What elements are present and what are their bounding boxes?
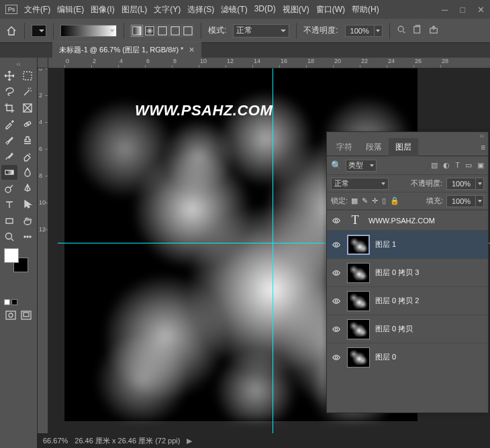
- menu-item[interactable]: 窗口(W): [316, 4, 345, 15]
- lasso-tool[interactable]: [1, 85, 17, 99]
- layer-row[interactable]: 图层 0 拷贝 2: [327, 286, 488, 315]
- panel-collapse-icon[interactable]: ‹‹: [1, 60, 36, 67]
- gradient-preview-dropdown[interactable]: [60, 25, 117, 37]
- vertical-ruler[interactable]: 024681012: [38, 68, 48, 448]
- layer-row[interactable]: TWWW.PSAHZ.COM: [327, 210, 488, 230]
- layer-thumbnail[interactable]: [347, 291, 370, 311]
- gradient-angle[interactable]: [156, 25, 168, 37]
- maximize-button[interactable]: □: [460, 5, 465, 15]
- tab-paragraph[interactable]: 段落: [359, 138, 389, 156]
- layer-blend-select[interactable]: 正常: [331, 178, 389, 190]
- history-brush-tool[interactable]: [1, 149, 17, 164]
- lock-artboard-icon[interactable]: ▯: [382, 197, 386, 205]
- layer-opacity-value[interactable]: 100%: [446, 178, 476, 190]
- lock-all-icon[interactable]: 🔒: [390, 197, 399, 205]
- lock-brush-icon[interactable]: ✎: [362, 197, 368, 205]
- menu-item[interactable]: 编辑(E): [57, 4, 84, 15]
- opacity-dropdown[interactable]: [375, 25, 383, 37]
- dodge-tool[interactable]: [1, 181, 17, 196]
- zoom-tool[interactable]: [1, 229, 17, 244]
- doc-history-icon[interactable]: [413, 25, 422, 36]
- layer-row[interactable]: 图层 0: [327, 343, 488, 371]
- move-tool[interactable]: [1, 68, 17, 83]
- home-icon[interactable]: [5, 25, 17, 37]
- gradient-linear[interactable]: [131, 25, 143, 37]
- layer-thumbnail[interactable]: [347, 263, 370, 283]
- document-tab[interactable]: 未标题-1 @ 66.7% (图层 1, RGB/8#) * ✕: [52, 42, 201, 58]
- tab-layers[interactable]: 图层: [389, 138, 418, 156]
- status-arrow-icon[interactable]: ▶: [187, 437, 192, 445]
- hand-tool[interactable]: [19, 213, 36, 228]
- gradient-reflected[interactable]: [169, 25, 181, 37]
- foreground-swatch-dropdown[interactable]: [32, 25, 46, 37]
- filter-kind-select[interactable]: 类型: [346, 160, 377, 172]
- layer-row[interactable]: 图层 0 拷贝: [327, 315, 488, 343]
- visibility-eye-icon[interactable]: [331, 353, 342, 362]
- eraser-tool[interactable]: [19, 149, 36, 164]
- gradient-diamond[interactable]: [182, 25, 194, 37]
- menu-item[interactable]: 文件(F): [24, 4, 50, 15]
- fill-dropdown[interactable]: [476, 195, 484, 207]
- screen-mode-icon[interactable]: [19, 309, 34, 321]
- layer-name[interactable]: 图层 0 拷贝 2: [375, 296, 419, 306]
- layer-name[interactable]: 图层 0 拷贝: [375, 324, 413, 334]
- menu-item[interactable]: 3D(D): [254, 4, 276, 15]
- filter-search-icon[interactable]: 🔍: [331, 160, 342, 170]
- layer-name[interactable]: WWW.PSAHZ.COM: [369, 217, 435, 225]
- filter-smart-icon[interactable]: ▣: [477, 161, 484, 170]
- search-icon[interactable]: [397, 25, 406, 36]
- layer-thumbnail[interactable]: [347, 235, 370, 255]
- share-icon[interactable]: [429, 25, 438, 36]
- menu-item[interactable]: 滤镜(T): [221, 4, 247, 15]
- zoom-level[interactable]: 66.67%: [43, 437, 68, 445]
- menu-item[interactable]: 帮助(H): [352, 4, 379, 15]
- eyedropper-tool[interactable]: [1, 117, 17, 131]
- visibility-eye-icon[interactable]: [331, 296, 342, 306]
- crop-tool[interactable]: [1, 101, 17, 115]
- quick-mask-icon[interactable]: [4, 309, 18, 321]
- layer-name[interactable]: 图层 0: [375, 352, 396, 362]
- menu-item[interactable]: 图层(L): [121, 4, 148, 15]
- layer-opacity-dropdown[interactable]: [476, 178, 484, 190]
- layer-name[interactable]: 图层 1: [375, 239, 396, 249]
- default-colors-icon[interactable]: [4, 299, 36, 305]
- lock-position-icon[interactable]: ✛: [372, 197, 378, 205]
- panel-menu-icon[interactable]: ≡: [481, 143, 485, 152]
- opacity-value[interactable]: 100%: [345, 25, 375, 37]
- lock-pixels-icon[interactable]: ▩: [351, 197, 358, 205]
- foreground-color-chip[interactable]: [4, 248, 19, 263]
- pen-tool[interactable]: [19, 181, 36, 196]
- gradient-radial[interactable]: [144, 25, 156, 37]
- fill-value[interactable]: 100%: [446, 195, 476, 207]
- guide-vertical[interactable]: [273, 68, 273, 448]
- menu-item[interactable]: 图像(I): [91, 4, 114, 15]
- close-icon[interactable]: ✕: [189, 46, 195, 54]
- filter-image-icon[interactable]: ▧: [431, 161, 438, 170]
- filter-adjust-icon[interactable]: ◐: [443, 161, 450, 170]
- healing-tool[interactable]: [19, 117, 36, 131]
- blur-tool[interactable]: [19, 165, 36, 180]
- gradient-tool[interactable]: [1, 165, 17, 180]
- visibility-eye-icon[interactable]: [331, 216, 342, 225]
- shape-tool[interactable]: [1, 213, 17, 228]
- filter-shape-icon[interactable]: ▭: [465, 161, 472, 170]
- type-tool[interactable]: [1, 197, 17, 212]
- stamp-tool[interactable]: [19, 133, 36, 148]
- menu-item[interactable]: 文字(Y): [154, 4, 181, 15]
- layer-thumbnail[interactable]: [347, 319, 370, 339]
- color-chips[interactable]: [4, 248, 28, 272]
- layer-row[interactable]: 图层 1: [327, 230, 488, 258]
- tab-character[interactable]: 字符: [330, 138, 359, 156]
- frame-tool[interactable]: [19, 101, 36, 115]
- minimize-button[interactable]: ─: [442, 5, 448, 15]
- menu-item[interactable]: 选择(S): [187, 4, 214, 15]
- magic-wand-tool[interactable]: [19, 85, 36, 99]
- edit-toolbar[interactable]: [19, 229, 36, 244]
- brush-tool[interactable]: [1, 133, 17, 148]
- horizontal-ruler[interactable]: 0246810121416182022242628: [48, 58, 490, 68]
- menu-item[interactable]: 视图(V): [283, 4, 309, 15]
- path-select-tool[interactable]: [19, 197, 36, 212]
- layer-row[interactable]: 图层 0 拷贝 3: [327, 258, 488, 286]
- marquee-tool[interactable]: [19, 68, 36, 83]
- ruler-corner[interactable]: [38, 58, 48, 68]
